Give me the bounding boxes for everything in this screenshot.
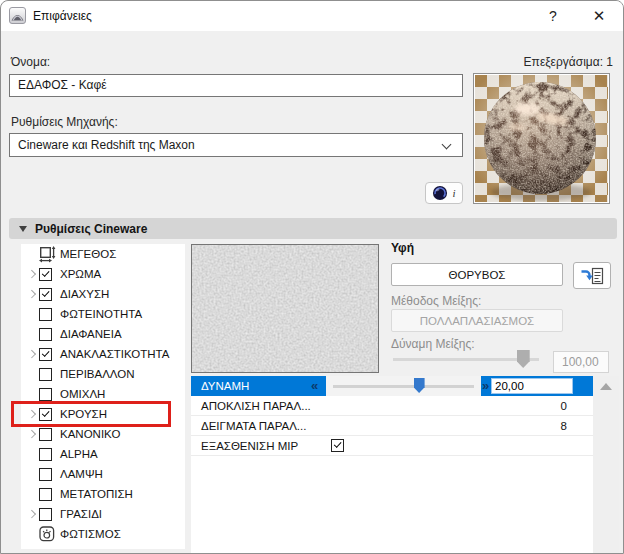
collapse-triangle-icon[interactable] bbox=[19, 226, 27, 232]
channel-checkbox[interactable] bbox=[39, 348, 52, 361]
spinner-decrease-icon[interactable]: « bbox=[311, 376, 318, 396]
mix-method-button: ΠΟΛΛΑΠΛΑΣΙΑΣΜΟΣ bbox=[391, 309, 563, 332]
property-row[interactable]: ΑΠΟΚΛΙΣΗ ΠΑΡΑΛ...0 bbox=[191, 396, 593, 416]
channel-item[interactable]: ΦΩΤΙΣΜΟΣ bbox=[21, 524, 185, 544]
channel-label: ΠΕΡΙΒΑΛΛΟΝ bbox=[60, 368, 135, 380]
cinema4d-info-button[interactable]: i bbox=[425, 182, 463, 204]
channel-label: ΑΝΑΚΛΑΣΤΙΚΟΤΗΤΑ bbox=[60, 348, 169, 360]
channel-label: ΦΩΤΙΣΜΟΣ bbox=[60, 528, 121, 540]
channel-label: ΓΡΑΣΙΔΙ bbox=[60, 508, 102, 520]
channel-label: ΟΜΙΧΛΗ bbox=[60, 388, 105, 400]
channel-checkbox[interactable] bbox=[39, 408, 52, 421]
expander-chevron-icon[interactable] bbox=[28, 290, 36, 298]
channel-item[interactable]: ΜΕΓΕΘΟΣ bbox=[21, 244, 185, 264]
channel-checkbox[interactable] bbox=[39, 328, 52, 341]
window-title: Επιφάνειες bbox=[33, 1, 92, 31]
property-row[interactable]: ΔΥΝΑΜΗ«»20,00 bbox=[191, 376, 593, 396]
channel-label: ΔΙΑΧΥΣΗ bbox=[60, 288, 109, 300]
light-icon bbox=[39, 526, 55, 542]
channel-item[interactable]: ΔΙΑΧΥΣΗ bbox=[21, 284, 185, 304]
close-button[interactable]: ✕ bbox=[582, 1, 616, 31]
property-value-input[interactable]: 20,00 bbox=[491, 378, 573, 394]
channel-checkbox[interactable] bbox=[39, 488, 52, 501]
property-label: ΕΞΑΣΘΕΝΙΣΗ MIP bbox=[201, 436, 298, 456]
channel-item[interactable]: ΧΡΩΜΑ bbox=[21, 264, 185, 284]
load-texture-icon bbox=[579, 265, 605, 287]
mix-strength-handle[interactable] bbox=[517, 350, 530, 368]
property-row[interactable]: ΔΕΙΓΜΑΤΑ ΠΑΡΑΛ...8 bbox=[191, 416, 593, 436]
channel-item[interactable]: ΚΡΟΥΣΗ bbox=[21, 404, 185, 424]
channel-item[interactable]: ΛΑΜΨΗ bbox=[21, 464, 185, 484]
expander-chevron-icon[interactable] bbox=[28, 410, 36, 418]
scrollbar[interactable] bbox=[593, 376, 619, 554]
engine-label: Ρυθμίσεις Μηχανής: bbox=[11, 115, 118, 129]
channel-checkbox[interactable] bbox=[39, 368, 52, 381]
name-input[interactable]: ΕΔΑΦΟΣ - Καφέ bbox=[9, 74, 463, 97]
spinner-increase-icon[interactable]: » bbox=[482, 376, 489, 396]
channel-item[interactable]: ΑΝΑΚΛΑΣΤΙΚΟΤΗΤΑ bbox=[21, 344, 185, 364]
channel-checkbox[interactable] bbox=[39, 268, 52, 281]
property-table: ΔΥΝΑΜΗ«»20,00ΑΠΟΚΛΙΣΗ ΠΑΡΑΛ...0ΔΕΙΓΜΑΤΑ … bbox=[191, 376, 593, 554]
channel-item[interactable]: ΓΡΑΣΙΔΙ bbox=[21, 504, 185, 524]
channel-label: ΦΩΤΕΙΝΟΤΗΤΑ bbox=[60, 308, 142, 320]
property-value: 8 bbox=[561, 416, 567, 436]
channel-item[interactable]: ΦΩΤΕΙΝΟΤΗΤΑ bbox=[21, 304, 185, 324]
expander-chevron-icon[interactable] bbox=[28, 350, 36, 358]
titlebar: Επιφάνειες ? ✕ bbox=[1, 1, 624, 31]
property-label: ΔΥΝΑΜΗ bbox=[201, 376, 249, 396]
scroll-up-icon[interactable] bbox=[600, 383, 612, 390]
help-button[interactable]: ? bbox=[536, 1, 570, 31]
channel-checkbox[interactable] bbox=[39, 388, 52, 401]
channel-label: ΛΑΜΨΗ bbox=[60, 468, 103, 480]
surfaces-dialog: Επιφάνειες ? ✕ Όνομα: Επεξεργάσιμα: 1 ΕΔ… bbox=[0, 0, 624, 554]
property-slider[interactable] bbox=[326, 376, 481, 396]
property-value: 0 bbox=[561, 396, 567, 416]
channel-item[interactable]: ΔΙΑΦΑΝΕΙΑ bbox=[21, 324, 185, 344]
info-label: i bbox=[452, 187, 455, 199]
channel-checkbox[interactable] bbox=[39, 508, 52, 521]
channel-list: ΜΕΓΕΘΟΣΧΡΩΜΑΔΙΑΧΥΣΗΦΩΤΕΙΝΟΤΗΤΑΔΙΑΦΑΝΕΙΑΑ… bbox=[21, 244, 185, 549]
texture-label: Υφή bbox=[391, 241, 414, 255]
channel-checkbox[interactable] bbox=[39, 428, 52, 441]
expander-chevron-icon[interactable] bbox=[28, 430, 36, 438]
texture-preview[interactable] bbox=[191, 244, 379, 373]
cinema4d-icon bbox=[432, 185, 448, 201]
property-row[interactable]: ΕΞΑΣΘΕΝΙΣΗ MIP bbox=[191, 436, 593, 456]
channel-item[interactable]: ΜΕΤΑΤΟΠΙΣΗ bbox=[21, 484, 185, 504]
mix-strength-value: 100,00 bbox=[553, 351, 609, 373]
property-checkbox[interactable] bbox=[331, 439, 344, 452]
engine-select-value: Cineware και Redshift της Maxon bbox=[18, 138, 195, 152]
channel-label: ALPHA bbox=[60, 448, 98, 460]
property-slider-handle[interactable] bbox=[414, 378, 425, 393]
channel-label: ΚΑΝΟΝΙΚΟ bbox=[60, 428, 120, 440]
channel-label: ΜΕΤΑΤΟΠΙΣΗ bbox=[60, 488, 133, 500]
surfaces-icon bbox=[9, 7, 26, 24]
texture-type-button[interactable]: ΘΟΡΥΒΟΣ bbox=[391, 263, 563, 286]
material-preview[interactable] bbox=[473, 73, 610, 204]
engine-select[interactable]: Cineware και Redshift της Maxon bbox=[9, 133, 463, 157]
expander-chevron-icon[interactable] bbox=[28, 510, 36, 518]
channel-checkbox[interactable] bbox=[39, 288, 52, 301]
section-title: Ρυθμίσεις Cineware bbox=[35, 222, 147, 236]
channel-item[interactable]: ΚΑΝΟΝΙΚΟ bbox=[21, 424, 185, 444]
channel-item[interactable]: ΠΕΡΙΒΑΛΛΟΝ bbox=[21, 364, 185, 384]
size-icon bbox=[39, 246, 56, 263]
channel-checkbox[interactable] bbox=[39, 448, 52, 461]
mix-strength-label: Δύναμη Μείξης: bbox=[391, 337, 475, 351]
channel-label: ΔΙΑΦΑΝΕΙΑ bbox=[60, 328, 122, 340]
property-label: ΔΕΙΓΜΑΤΑ ΠΑΡΑΛ... bbox=[201, 416, 306, 436]
mix-method-label: Μέθοδος Μείξης: bbox=[391, 294, 481, 308]
channel-item[interactable]: ΟΜΙΧΛΗ bbox=[21, 384, 185, 404]
property-label: ΑΠΟΚΛΙΣΗ ΠΑΡΑΛ... bbox=[201, 396, 311, 416]
channel-label: ΧΡΩΜΑ bbox=[60, 268, 101, 280]
name-label: Όνομα: bbox=[11, 55, 50, 69]
channel-checkbox[interactable] bbox=[39, 468, 52, 481]
channel-label: ΜΕΓΕΘΟΣ bbox=[60, 248, 116, 260]
editable-count: Επεξεργάσιμα: 1 bbox=[524, 55, 613, 69]
texture-load-button[interactable] bbox=[573, 262, 611, 289]
chevron-down-icon bbox=[442, 140, 452, 150]
channel-item[interactable]: ALPHA bbox=[21, 444, 185, 464]
expander-chevron-icon[interactable] bbox=[28, 270, 36, 278]
channel-checkbox[interactable] bbox=[39, 308, 52, 321]
section-header[interactable]: Ρυθμίσεις Cineware bbox=[9, 218, 617, 239]
